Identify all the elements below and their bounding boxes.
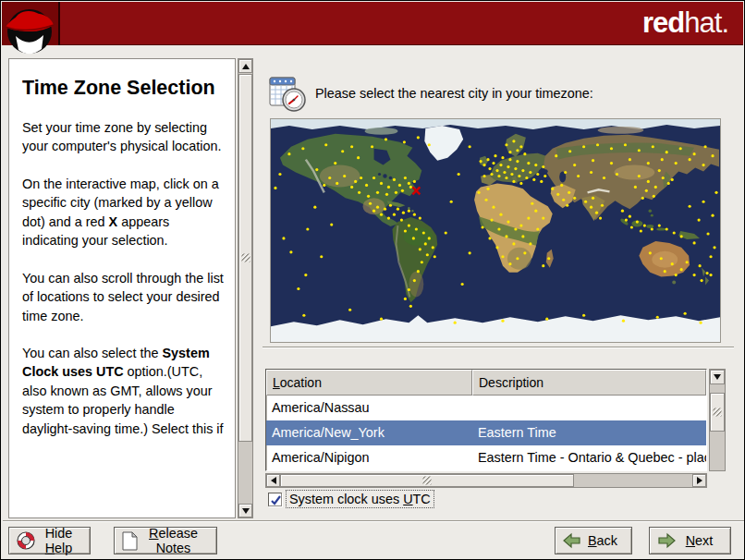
city-dot[interactable] bbox=[380, 182, 383, 185]
city-dot[interactable] bbox=[482, 164, 485, 166]
utc-checkbox-label[interactable]: System clock uses UTC bbox=[286, 490, 434, 508]
city-dot[interactable] bbox=[508, 262, 511, 265]
city-dot[interactable] bbox=[709, 274, 712, 276]
city-dot[interactable] bbox=[514, 227, 517, 230]
city-dot[interactable] bbox=[656, 316, 659, 319]
city-dot[interactable] bbox=[542, 217, 544, 220]
city-dot[interactable] bbox=[387, 186, 390, 189]
city-dot[interactable] bbox=[510, 173, 513, 176]
city-dot[interactable] bbox=[313, 206, 316, 209]
city-dot[interactable] bbox=[302, 314, 305, 317]
city-dot[interactable] bbox=[638, 149, 641, 152]
city-dot[interactable] bbox=[486, 188, 489, 190]
city-dot[interactable] bbox=[371, 145, 373, 148]
scrollbar-thumb[interactable] bbox=[238, 74, 252, 442]
city-dot[interactable] bbox=[450, 201, 453, 203]
table-row[interactable]: America/NipigonEastern Time - Ontario & … bbox=[266, 445, 706, 470]
city-dot[interactable] bbox=[426, 253, 429, 256]
city-dot[interactable] bbox=[654, 186, 657, 189]
city-dot[interactable] bbox=[505, 143, 507, 146]
city-dot[interactable] bbox=[389, 204, 392, 207]
city-dot[interactable] bbox=[415, 227, 418, 230]
city-dot[interactable] bbox=[497, 175, 500, 177]
city-dot[interactable] bbox=[545, 318, 548, 321]
city-dot[interactable] bbox=[551, 188, 554, 190]
city-dot[interactable] bbox=[582, 145, 585, 148]
city-dot[interactable] bbox=[380, 318, 383, 321]
city-dot[interactable] bbox=[711, 214, 714, 217]
city-dot[interactable] bbox=[667, 182, 670, 185]
city-dot[interactable] bbox=[542, 264, 544, 267]
scroll-right-button[interactable] bbox=[692, 474, 706, 487]
release-notes-button[interactable]: Release Notes bbox=[114, 527, 217, 554]
city-dot[interactable] bbox=[421, 261, 423, 263]
city-dot[interactable] bbox=[499, 213, 502, 216]
city-dot[interactable] bbox=[684, 312, 687, 315]
city-dot[interactable] bbox=[521, 235, 524, 237]
city-dot[interactable] bbox=[372, 210, 375, 213]
city-dot[interactable] bbox=[693, 241, 696, 244]
city-dot[interactable] bbox=[343, 175, 346, 177]
city-dot[interactable] bbox=[516, 149, 519, 152]
city-dot[interactable] bbox=[287, 152, 290, 155]
city-dot[interactable] bbox=[596, 143, 599, 146]
city-dot[interactable] bbox=[367, 195, 370, 198]
city-dot[interactable] bbox=[525, 177, 528, 179]
city-dot[interactable] bbox=[610, 147, 613, 150]
city-dot[interactable] bbox=[536, 227, 539, 230]
city-dot[interactable] bbox=[536, 173, 539, 176]
city-dot[interactable] bbox=[699, 322, 702, 324]
city-dot[interactable] bbox=[542, 165, 544, 168]
city-dot[interactable] bbox=[527, 217, 530, 220]
city-dot[interactable] bbox=[519, 224, 522, 226]
city-dot[interactable] bbox=[328, 177, 331, 179]
city-dot[interactable] bbox=[469, 145, 471, 148]
cell-description[interactable]: Eastern Time bbox=[472, 420, 706, 445]
city-dot[interactable] bbox=[501, 156, 504, 159]
city-dot[interactable] bbox=[566, 204, 568, 207]
city-dot[interactable] bbox=[512, 180, 515, 183]
scroll-down-button[interactable] bbox=[710, 370, 725, 384]
city-dot[interactable] bbox=[508, 151, 511, 153]
city-dot[interactable] bbox=[360, 177, 362, 179]
city-dot[interactable] bbox=[477, 191, 480, 194]
city-dot[interactable] bbox=[458, 173, 460, 176]
city-dot[interactable] bbox=[529, 242, 531, 245]
scroll-down-button[interactable] bbox=[238, 504, 252, 517]
city-dot[interactable] bbox=[599, 217, 602, 220]
city-dot[interactable] bbox=[492, 162, 495, 164]
city-dot[interactable] bbox=[417, 270, 420, 273]
city-dot[interactable] bbox=[398, 184, 401, 187]
column-header-location[interactable]: Location bbox=[266, 370, 472, 396]
city-dot[interactable] bbox=[556, 193, 559, 196]
city-dot[interactable] bbox=[505, 235, 507, 237]
city-dot[interactable] bbox=[680, 235, 683, 237]
world-map[interactable] bbox=[270, 118, 721, 343]
city-dot[interactable] bbox=[647, 162, 650, 164]
city-dot[interactable] bbox=[507, 165, 509, 168]
city-dot[interactable] bbox=[582, 314, 585, 317]
city-dot[interactable] bbox=[454, 322, 457, 324]
city-dot[interactable] bbox=[519, 145, 522, 148]
city-dot[interactable] bbox=[409, 305, 412, 308]
city-dot[interactable] bbox=[629, 158, 631, 161]
city-dot[interactable] bbox=[334, 162, 336, 164]
city-dot[interactable] bbox=[404, 298, 407, 300]
city-dot[interactable] bbox=[274, 187, 276, 189]
city-dot[interactable] bbox=[404, 229, 407, 232]
city-dot[interactable] bbox=[523, 152, 526, 155]
city-dot[interactable] bbox=[660, 257, 663, 260]
city-dot[interactable] bbox=[497, 227, 500, 230]
city-dot[interactable] bbox=[419, 217, 421, 220]
city-dot[interactable] bbox=[501, 320, 504, 323]
city-dot[interactable] bbox=[348, 309, 351, 311]
city-dot[interactable] bbox=[282, 237, 285, 239]
city-dot[interactable] bbox=[402, 212, 405, 214]
city-dot[interactable] bbox=[395, 191, 397, 194]
city-dot[interactable] bbox=[675, 162, 678, 164]
city-dot[interactable] bbox=[495, 246, 498, 249]
city-dot[interactable] bbox=[519, 182, 522, 185]
city-dot[interactable] bbox=[647, 180, 650, 183]
city-dot[interactable] bbox=[673, 231, 676, 234]
city-dot[interactable] bbox=[320, 255, 323, 258]
